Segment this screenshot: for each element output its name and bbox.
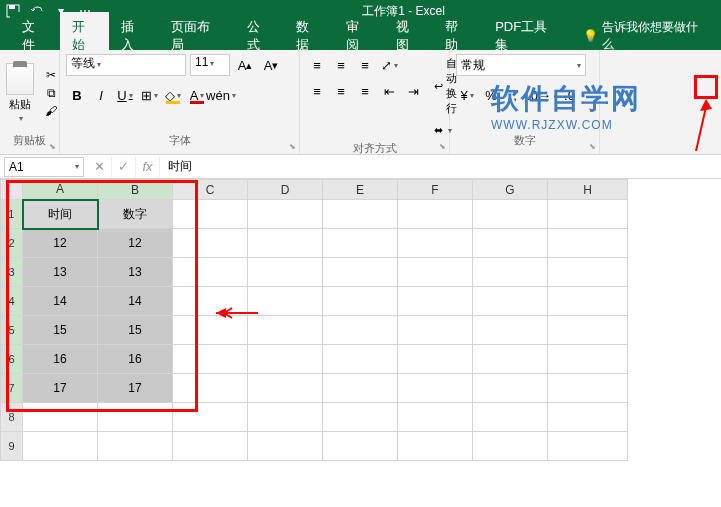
cell[interactable] bbox=[323, 316, 398, 345]
row-header[interactable]: 5 bbox=[1, 316, 23, 345]
cell[interactable] bbox=[173, 229, 248, 258]
cell[interactable] bbox=[248, 403, 323, 432]
row-header[interactable]: 1 bbox=[1, 200, 23, 229]
cell[interactable]: 数字 bbox=[98, 200, 173, 229]
cell[interactable] bbox=[248, 287, 323, 316]
column-header[interactable]: E bbox=[323, 180, 398, 200]
cell[interactable] bbox=[473, 316, 548, 345]
align-left-icon[interactable]: ≡ bbox=[306, 80, 328, 102]
cell[interactable] bbox=[473, 258, 548, 287]
column-header[interactable]: C bbox=[173, 180, 248, 200]
cell[interactable] bbox=[98, 432, 173, 461]
cell[interactable] bbox=[248, 345, 323, 374]
row-header[interactable]: 6 bbox=[1, 345, 23, 374]
cell[interactable]: 17 bbox=[98, 374, 173, 403]
align-top-icon[interactable]: ≡ bbox=[306, 54, 328, 76]
bold-button[interactable]: B bbox=[66, 84, 88, 106]
cell[interactable] bbox=[548, 258, 628, 287]
cell[interactable]: 17 bbox=[23, 374, 98, 403]
cancel-formula-icon[interactable]: ✕ bbox=[88, 157, 112, 177]
cell[interactable] bbox=[473, 345, 548, 374]
cell[interactable]: 12 bbox=[23, 229, 98, 258]
cell[interactable]: 15 bbox=[98, 316, 173, 345]
cell[interactable] bbox=[398, 258, 473, 287]
decrease-font-icon[interactable]: A▾ bbox=[260, 54, 282, 76]
number-format-select[interactable]: 常规 ▾ bbox=[456, 54, 586, 76]
cell[interactable] bbox=[323, 374, 398, 403]
dialog-launcher-icon[interactable]: ⬊ bbox=[439, 142, 446, 151]
cell[interactable] bbox=[398, 345, 473, 374]
cell[interactable] bbox=[248, 316, 323, 345]
copy-icon[interactable]: ⧉ bbox=[42, 85, 60, 101]
cell[interactable] bbox=[323, 229, 398, 258]
cell[interactable] bbox=[248, 229, 323, 258]
cell[interactable] bbox=[473, 432, 548, 461]
cell[interactable]: 12 bbox=[98, 229, 173, 258]
column-header[interactable]: B bbox=[98, 180, 173, 200]
column-header[interactable]: D bbox=[248, 180, 323, 200]
dialog-launcher-icon[interactable]: ⬊ bbox=[589, 142, 596, 151]
fill-color-button[interactable]: ◇▾ bbox=[162, 84, 184, 106]
row-header[interactable]: 3 bbox=[1, 258, 23, 287]
phonetic-guide-button[interactable]: wén▾ bbox=[210, 84, 232, 106]
cell[interactable] bbox=[323, 432, 398, 461]
cell[interactable] bbox=[398, 287, 473, 316]
cell[interactable] bbox=[23, 403, 98, 432]
cell[interactable] bbox=[173, 316, 248, 345]
cell[interactable]: 16 bbox=[98, 345, 173, 374]
select-all-corner[interactable] bbox=[1, 180, 23, 200]
cell[interactable]: 13 bbox=[98, 258, 173, 287]
cell[interactable] bbox=[398, 374, 473, 403]
decrease-indent-icon[interactable]: ⇤ bbox=[378, 80, 400, 102]
cell[interactable] bbox=[548, 374, 628, 403]
cell[interactable]: 时间 bbox=[23, 200, 98, 229]
cell[interactable] bbox=[548, 287, 628, 316]
increase-font-icon[interactable]: A▴ bbox=[234, 54, 256, 76]
increase-indent-icon[interactable]: ⇥ bbox=[402, 80, 424, 102]
cell[interactable] bbox=[173, 432, 248, 461]
row-header[interactable]: 4 bbox=[1, 287, 23, 316]
cell[interactable] bbox=[548, 316, 628, 345]
cell[interactable] bbox=[323, 200, 398, 229]
row-header[interactable]: 8 bbox=[1, 403, 23, 432]
cell[interactable] bbox=[323, 287, 398, 316]
cell[interactable] bbox=[398, 432, 473, 461]
italic-button[interactable]: I bbox=[90, 84, 112, 106]
cell[interactable] bbox=[548, 229, 628, 258]
cell[interactable] bbox=[248, 432, 323, 461]
cell[interactable] bbox=[248, 258, 323, 287]
cell[interactable] bbox=[173, 374, 248, 403]
cell[interactable] bbox=[398, 200, 473, 229]
decrease-decimal-icon[interactable]: ←.0 bbox=[552, 84, 574, 106]
cell[interactable] bbox=[548, 432, 628, 461]
formula-input[interactable]: 时间 bbox=[160, 158, 721, 175]
confirm-formula-icon[interactable]: ✓ bbox=[112, 157, 136, 177]
cell[interactable]: 13 bbox=[23, 258, 98, 287]
worksheet-grid[interactable]: ABCDEFGH1时间数字212123131341414515156161671… bbox=[0, 179, 721, 507]
align-bottom-icon[interactable]: ≡ bbox=[354, 54, 376, 76]
align-middle-icon[interactable]: ≡ bbox=[330, 54, 352, 76]
cell[interactable] bbox=[173, 258, 248, 287]
cell[interactable]: 15 bbox=[23, 316, 98, 345]
cell[interactable]: 14 bbox=[23, 287, 98, 316]
cell[interactable] bbox=[173, 287, 248, 316]
border-button[interactable]: ⊞▾ bbox=[138, 84, 160, 106]
cell[interactable] bbox=[473, 403, 548, 432]
dialog-launcher-icon[interactable]: ⬊ bbox=[49, 142, 56, 151]
cell[interactable] bbox=[173, 200, 248, 229]
dialog-launcher-icon[interactable]: ⬊ bbox=[289, 142, 296, 151]
align-center-icon[interactable]: ≡ bbox=[330, 80, 352, 102]
cell[interactable] bbox=[98, 403, 173, 432]
row-header[interactable]: 9 bbox=[1, 432, 23, 461]
underline-button[interactable]: U▾ bbox=[114, 84, 136, 106]
cell[interactable] bbox=[473, 374, 548, 403]
row-header[interactable]: 2 bbox=[1, 229, 23, 258]
comma-button[interactable]: , bbox=[504, 84, 526, 106]
orientation-icon[interactable]: ⤢▾ bbox=[378, 54, 400, 76]
format-painter-icon[interactable]: 🖌 bbox=[42, 103, 60, 119]
cell[interactable] bbox=[548, 200, 628, 229]
column-header[interactable]: G bbox=[473, 180, 548, 200]
cell[interactable] bbox=[473, 200, 548, 229]
cell[interactable]: 16 bbox=[23, 345, 98, 374]
cell[interactable] bbox=[548, 345, 628, 374]
